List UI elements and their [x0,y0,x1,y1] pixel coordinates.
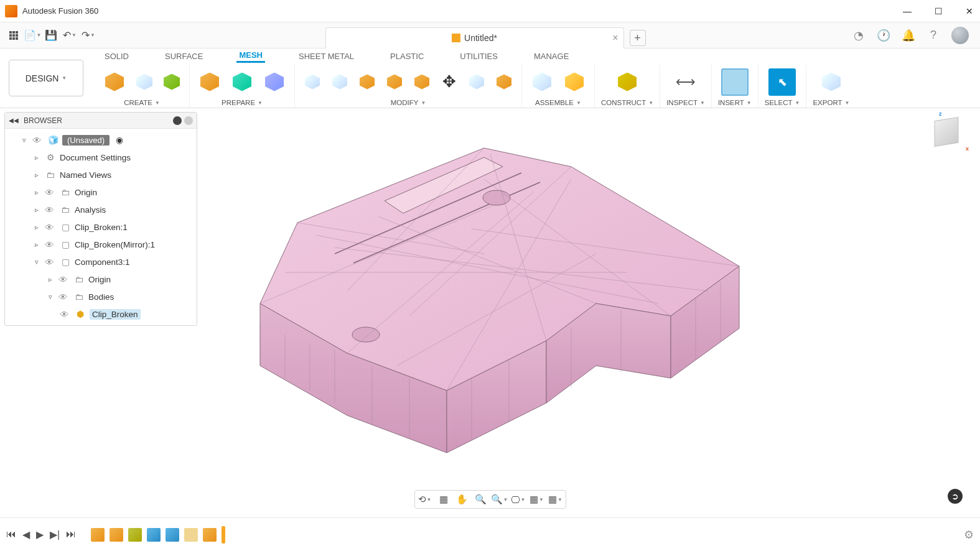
browser-pin-icon[interactable] [173,116,182,125]
tool-repair[interactable] [196,68,223,96]
timeline-play[interactable]: ▶ [36,529,44,540]
history-feature-7[interactable] [203,528,217,542]
history-feature-5[interactable] [166,528,179,542]
notifications-icon[interactable]: 🔔 [902,29,915,42]
group-modify-label[interactable]: MODIFY▼ [391,99,426,108]
tree-component3[interactable]: ▿👁▢Component3:1 [5,253,197,271]
tool-smooth[interactable] [411,71,433,93]
fit-button[interactable]: 🔍▼ [491,492,508,507]
tab-sheet-metal[interactable]: SHEET METAL [296,50,357,62]
tree-document-settings[interactable]: ▹⚙Document Settings [5,149,197,166]
user-avatar[interactable] [951,27,969,44]
ribbon-tabs: SOLID SURFACE MESH SHEET METAL PLASTIC U… [102,49,571,63]
tab-utilities[interactable]: UTILITIES [457,50,500,62]
tool-generate-face-groups[interactable] [228,68,256,96]
tool-new-component[interactable] [528,68,556,96]
save-button[interactable]: 💾 [42,27,60,44]
tool-measure[interactable]: ⟷ [672,68,699,96]
tool-reverse-normal[interactable] [493,71,515,93]
tab-plastic[interactable]: PLASTIC [388,50,426,62]
tab-solid[interactable]: SOLID [102,50,131,62]
tool-insert-decal[interactable] [721,68,749,96]
mesh-body[interactable] [223,129,758,478]
tree-origin[interactable]: ▹👁🗀Origin [5,183,197,201]
group-assemble-label[interactable]: ASSEMBLE▼ [535,99,581,108]
tree-clip-broken-mirror[interactable]: ▹👁▢Clip_Broken(Mirror):1 [5,236,197,253]
job-status-icon[interactable]: 🕐 [877,29,890,42]
history-feature-1[interactable] [91,528,105,542]
ribbon: DESIGN ▼ SOLID SURFACE MESH SHEET METAL … [0,49,980,108]
maximize-button[interactable]: ☐ [933,6,944,17]
group-prepare-label[interactable]: PREPARE▼ [222,99,263,108]
history-feature-6[interactable] [184,528,198,542]
timeline-settings-icon[interactable]: ⚙ [964,528,974,542]
look-at-button[interactable]: ▦ [435,492,452,507]
group-select-label[interactable]: SELECT▼ [765,99,800,108]
tree-component3-bodies[interactable]: ▿👁🗀Bodies [5,288,197,305]
tool-scale[interactable] [465,71,488,93]
document-tab[interactable]: Untitled* × + [325,27,624,49]
tool-select[interactable]: ⬉ [768,68,796,96]
workspace-switcher[interactable]: DESIGN ▼ [9,60,83,96]
timeline-next[interactable]: ▶| [50,529,60,540]
tab-mesh[interactable]: MESH [236,49,265,63]
tree-named-views[interactable]: ▹🗀Named Views [5,166,197,183]
group-construct-label[interactable]: CONSTRUCT▼ [601,99,653,108]
timeline-marker[interactable] [222,526,225,544]
display-settings-button[interactable]: 🖵▼ [510,492,527,507]
close-button[interactable]: ✕ [964,6,975,17]
browser-options-icon[interactable] [184,116,193,125]
group-create-label[interactable]: CREATE▼ [124,99,160,108]
view-cube[interactable]: z x [928,113,965,150]
new-tab-button[interactable]: + [630,30,646,46]
svg-point-0 [483,190,510,205]
tool-export-mesh[interactable] [818,68,845,96]
tree-root[interactable]: ▿👁🧊 (Unsaved) ◉ [5,131,197,149]
tool-create-mesh-section[interactable] [161,71,183,93]
svg-point-1 [352,327,380,342]
history-feature-3[interactable] [128,528,142,542]
history-feature-2[interactable] [110,528,123,542]
tool-joint[interactable] [561,68,588,96]
tool-shell[interactable] [356,71,378,93]
redo-button[interactable]: ↷▼ [80,27,97,44]
timeline-prev[interactable]: ◀ [22,529,30,540]
cube-icon [452,34,460,42]
timeline-first[interactable]: ⏮ [6,529,16,540]
group-insert-label[interactable]: INSERT▼ [718,99,752,108]
tree-clip-broken-body[interactable]: 👁⬢Clip_Broken [5,305,197,323]
minimize-button[interactable]: — [902,6,913,17]
undo-button[interactable]: ↶▼ [61,27,78,44]
tool-plane-cut[interactable] [329,71,351,93]
history-feature-4[interactable] [147,528,161,542]
zoom-button[interactable]: 🔍 [472,492,490,507]
tool-construct-plane[interactable] [614,68,641,96]
group-export-label[interactable]: EXPORT▼ [813,99,849,108]
file-menu-button[interactable]: 📄▼ [24,27,41,44]
tool-tessellate[interactable] [133,71,156,93]
group-construct: CONSTRUCT▼ [595,65,660,108]
browser-collapse-button[interactable]: ◀◀ [9,117,19,124]
tab-close-button[interactable]: × [612,32,618,44]
tool-combine-face-groups[interactable] [261,68,288,96]
browser-tree: ▿👁🧊 (Unsaved) ◉ ▹⚙Document Settings ▹🗀Na… [5,129,197,325]
tool-move[interactable]: ✥ [438,71,460,93]
tab-manage[interactable]: MANAGE [531,50,571,62]
tool-direct-edit[interactable] [301,71,324,93]
viewport-layout-button[interactable]: ▦▼ [547,492,564,507]
help-icon[interactable]: ? [926,29,940,42]
tool-insert-mesh[interactable] [101,68,128,96]
grid-settings-button[interactable]: ▦▼ [528,492,546,507]
orbit-button[interactable]: ⟲▼ [416,492,434,507]
pan-button[interactable]: ✋ [454,492,471,507]
tree-component3-origin[interactable]: ▹👁🗀Origin [5,271,197,288]
tab-surface[interactable]: SURFACE [162,50,205,62]
extensions-icon[interactable]: ◔ [852,29,866,42]
timeline-last[interactable]: ⏭ [66,529,76,540]
help-bubble[interactable]: ➲ [948,489,963,504]
tree-analysis[interactable]: ▹👁🗀Analysis [5,201,197,218]
tool-combine[interactable] [383,71,406,93]
data-panel-button[interactable] [5,27,22,44]
tree-clip-broken-1[interactable]: ▹👁▢Clip_Broken:1 [5,218,197,236]
group-inspect-label[interactable]: INSPECT▼ [666,99,705,108]
